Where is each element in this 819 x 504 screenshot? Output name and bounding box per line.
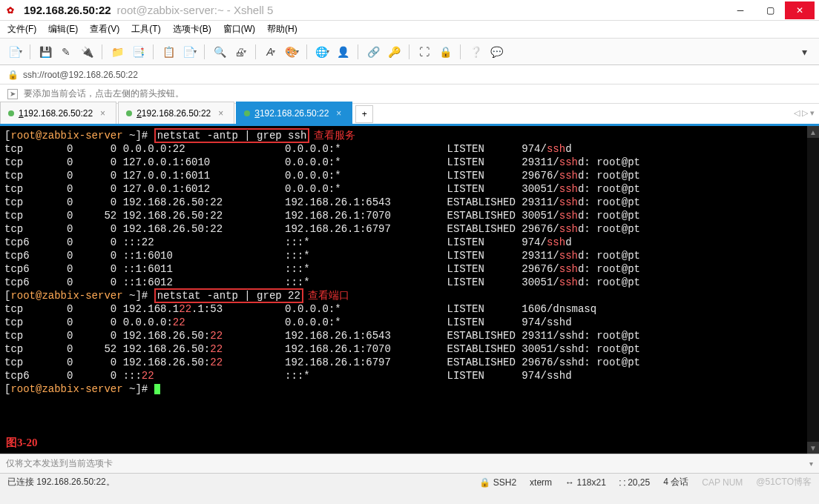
help-icon[interactable]: ❔ [467,43,484,61]
title-bar: ✿ 192.168.26.50:22 root@zabbix-server:~ … [0,0,819,21]
status-connection: 已连接 192.168.26.50:22。 [7,476,115,488]
tab-status-icon [126,110,132,116]
session-tab[interactable]: 2 192.168.26.50:22× [118,102,234,124]
send-dropdown-icon[interactable]: ▾ [809,460,813,468]
tab-status-icon [244,110,250,116]
terminal-output[interactable]: [root@zabbix-server ~]# netstat -antp | … [0,126,819,454]
maximize-button[interactable]: ▢ [755,1,785,19]
properties-icon[interactable]: 📑 [129,43,147,61]
paste-icon[interactable]: 📄▾ [180,43,198,61]
color-icon[interactable]: 🎨▾ [283,43,300,61]
menu-window[interactable]: 窗口(W) [223,23,255,36]
disconnect-icon[interactable]: 🔌 [78,43,96,61]
folder-icon[interactable]: 📁 [108,43,126,61]
status-pos: ⸬ 20,25 [619,477,650,488]
send-text: 仅将文本发送到当前选项卡 [6,457,113,470]
new-tab-button[interactable]: + [355,105,373,123]
tab-close-icon[interactable]: × [336,108,341,119]
menu-view[interactable]: 查看(V) [90,23,119,36]
terminal-scrollbar[interactable]: ▲ ▼ [807,126,819,454]
title-ip: 192.168.26.50:22 [24,4,111,16]
address-text: ssh://root@192.168.26.50:22 [23,70,138,80]
tab-close-icon[interactable]: × [218,108,223,119]
status-bar: 已连接 192.168.26.50:22。 🔒 SSH2 xterm ↔ 118… [0,473,819,491]
send-bar[interactable]: 仅将文本发送到当前选项卡 ▾ [0,454,819,473]
chat-icon[interactable]: 💬 [487,43,505,61]
app-logo-icon: ✿ [4,4,16,16]
minimize-button[interactable]: ─ [726,1,755,19]
scroll-up-icon[interactable]: ▲ [807,126,819,138]
copy-icon[interactable]: 📋 [159,43,177,61]
session-tab[interactable]: 1 192.168.26.50:22× [0,102,116,124]
menu-tools[interactable]: 工具(T) [131,23,160,36]
hint-text: 要添加当前会话，点击左侧的箭头按钮。 [24,87,184,100]
font-icon[interactable]: A▾ [262,43,280,61]
title-sub: root@zabbix-server:~ - Xshell 5 [117,4,274,16]
session-tabs: 1 192.168.26.50:22×2 192.168.26.50:22×3 … [0,104,819,126]
search-icon[interactable]: 🔍 [211,43,228,61]
new-session-icon[interactable]: 📄▾ [6,43,24,61]
address-bar[interactable]: 🔒 ssh://root@192.168.26.50:22 [0,65,819,84]
status-caps: CAP NUM [702,477,743,488]
link-icon[interactable]: 🔗 [364,43,382,61]
status-sessions: 4 会话 [663,476,688,488]
toolbar: 📄▾ 💾 ✎ 🔌 📁 📑 📋 📄▾ 🔍 🖨▾ A▾ 🎨▾ 🌐▾ 👤 🔗 🔑 ⛶ … [0,39,819,65]
tab-scroll-icons[interactable]: ◁ ▷ ▾ [794,108,815,118]
fullscreen-icon[interactable]: ⛶ [415,43,433,61]
menu-help[interactable]: 帮助(H) [267,23,297,36]
print-icon[interactable]: 🖨▾ [231,43,249,61]
status-proto: 🔒 SSH2 [479,477,516,488]
address-lock-icon: 🔒 [7,70,19,80]
menu-tabs[interactable]: 选项卡(B) [173,23,211,36]
session-tab[interactable]: 3 192.168.26.50:22× [236,102,352,124]
watermark: @51CTO博客 [756,476,812,488]
close-button[interactable]: ✕ [785,1,815,19]
edit-icon[interactable]: ✎ [57,43,75,61]
user-add-icon[interactable]: 👤 [334,43,352,61]
add-session-icon[interactable]: ➤ [7,89,18,99]
tab-status-icon [8,110,14,116]
toolbar-overflow-icon[interactable]: ▾ [795,43,813,61]
scroll-down-icon[interactable]: ▼ [807,442,819,454]
lock-icon[interactable]: 🔒 [436,43,454,61]
save-icon[interactable]: 💾 [36,43,54,61]
status-term: xterm [530,477,552,488]
menu-edit[interactable]: 编辑(E) [48,23,78,36]
status-size: ↔ 118x21 [565,477,606,488]
tab-close-icon[interactable]: × [100,108,105,119]
menu-bar: 文件(F) 编辑(E) 查看(V) 工具(T) 选项卡(B) 窗口(W) 帮助(… [0,21,819,39]
key-icon[interactable]: 🔑 [385,43,403,61]
menu-file[interactable]: 文件(F) [7,23,36,36]
globe-icon[interactable]: 🌐▾ [313,43,331,61]
